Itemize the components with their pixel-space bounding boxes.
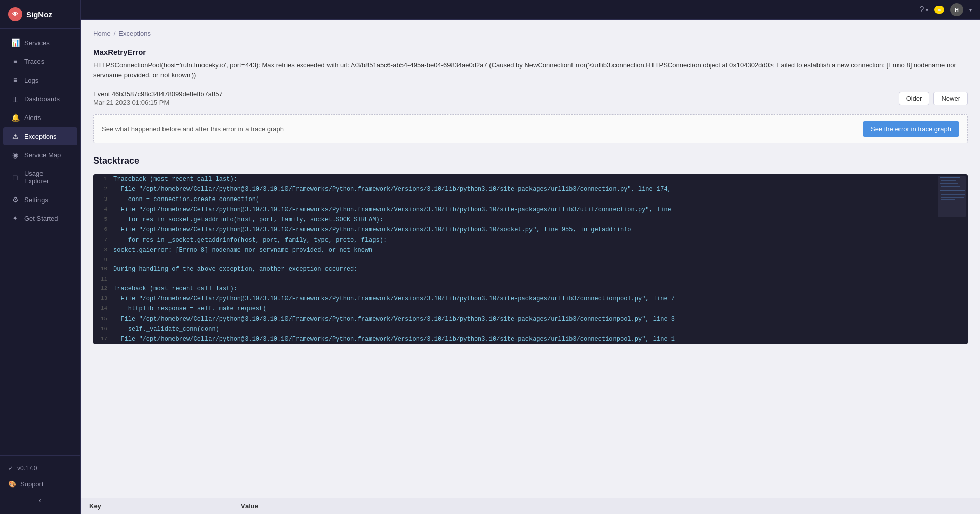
sidebar-item-dashboards[interactable]: ◫ Dashboards <box>3 90 77 108</box>
line-number: 12 <box>93 284 113 292</box>
sidebar-item-services[interactable]: 📊 Services <box>3 33 77 52</box>
line-content: File "/opt/homebrew/Cellar/python@3.10/3… <box>113 294 968 303</box>
settings-icon: ⚙ <box>11 195 19 204</box>
support-icon: 🎨 <box>8 480 16 488</box>
code-line: 9 <box>93 255 968 264</box>
line-number: 2 <box>93 185 113 193</box>
line-content: File "/opt/homebrew/Cellar/python@3.10/3… <box>113 225 968 234</box>
see-error-in-trace-button[interactable]: See the error in trace graph <box>863 121 959 137</box>
logo-text: SigNoz <box>26 10 52 19</box>
avatar-label: H <box>955 7 959 13</box>
sidebar-item-traces-label: Traces <box>24 58 44 65</box>
sidebar-item-service-map[interactable]: ◉ Service Map <box>3 146 77 164</box>
support-link[interactable]: 🎨 Support <box>0 476 80 492</box>
line-content <box>113 256 968 258</box>
line-number: 5 <box>93 215 113 223</box>
newer-button[interactable]: Newer <box>933 92 968 105</box>
line-number: 8 <box>93 246 113 254</box>
line-content: File "/opt/homebrew/Cellar/python@3.10/3… <box>113 205 968 214</box>
sidebar-item-logs-label: Logs <box>24 76 38 84</box>
alerts-icon: 🔔 <box>11 113 19 122</box>
sidebar-item-settings-label: Settings <box>24 196 48 204</box>
line-number: 4 <box>93 205 113 213</box>
line-content: for res in socket.getaddrinfo(host, port… <box>113 215 968 224</box>
help-icon: ? <box>919 5 924 14</box>
sidebar: 👁 SigNoz 📊 Services ≡ Traces ≡ Logs ◫ Da… <box>0 0 81 514</box>
version-label: v0.17.0 <box>17 465 37 472</box>
svg-rect-10 <box>940 193 961 193</box>
event-details: Event 46b3587c98c34f478099de8effb7a857 M… <box>93 90 223 106</box>
line-number: 3 <box>93 195 113 203</box>
line-number: 6 <box>93 225 113 233</box>
svg-rect-9 <box>940 190 965 191</box>
code-line: 5 for res in socket.getaddrinfo(host, po… <box>93 215 968 225</box>
event-label: Event <box>93 90 110 98</box>
code-line: 8socket.gaierror: [Errno 8] nodename nor… <box>93 245 968 255</box>
sidebar-collapse-button[interactable]: ‹ <box>0 492 80 509</box>
usage-explorer-icon: ◻ <box>11 173 19 181</box>
code-line: 11 <box>93 274 968 284</box>
sidebar-item-usage-explorer-label: Usage Explorer <box>24 170 69 185</box>
breadcrumb: Home / Exceptions <box>93 30 968 37</box>
svg-rect-6 <box>941 185 962 185</box>
code-line: 1Traceback (most recent call last): <box>93 174 968 184</box>
svg-rect-15 <box>941 201 952 201</box>
code-line: 10During handling of the above exception… <box>93 264 968 274</box>
sidebar-item-alerts[interactable]: 🔔 Alerts <box>3 108 77 127</box>
sidebar-item-exceptions[interactable]: ⚠ Exceptions <box>3 127 77 145</box>
sidebar-item-get-started[interactable]: ✦ Get Started <box>3 209 77 227</box>
svg-rect-11 <box>941 194 965 195</box>
code-line: 2 File "/opt/homebrew/Cellar/python@3.10… <box>93 184 968 194</box>
help-button[interactable]: ? ▾ <box>919 5 928 14</box>
sidebar-item-usage-explorer[interactable]: ◻ Usage Explorer <box>3 165 77 190</box>
code-line: 7 for res in _socket.getaddrinfo(host, p… <box>93 235 968 245</box>
sidebar-item-settings[interactable]: ⚙ Settings <box>3 190 77 209</box>
svg-rect-1 <box>940 177 960 178</box>
sidebar-item-service-map-label: Service Map <box>24 151 61 159</box>
event-id-value: 46b3587c98c34f478099de8effb7a857 <box>112 90 223 98</box>
sidebar-item-dashboards-label: Dashboards <box>24 95 60 103</box>
line-number: 13 <box>93 294 113 302</box>
theme-toggle-dot: ● <box>937 7 941 13</box>
code-line: 17 File "/opt/homebrew/Cellar/python@3.1… <box>93 334 968 344</box>
help-chevron: ▾ <box>926 7 928 13</box>
sidebar-item-logs[interactable]: ≡ Logs <box>3 71 77 89</box>
sidebar-item-traces[interactable]: ≡ Traces <box>3 52 77 70</box>
dashboards-icon: ◫ <box>11 95 19 103</box>
svg-rect-4 <box>941 182 965 182</box>
content-area: Home / Exceptions MaxRetryError HTTPSCon… <box>81 20 980 498</box>
line-number: 1 <box>93 175 113 183</box>
svg-rect-13 <box>941 197 964 198</box>
user-chevron: ▾ <box>969 7 972 13</box>
check-icon: ✓ <box>8 465 13 472</box>
stacktrace-title: Stacktrace <box>93 155 968 166</box>
error-message: HTTPSConnectionPool(host='rufn.fmoceky.i… <box>93 60 968 80</box>
line-number: 17 <box>93 335 113 343</box>
version-info: ✓ v0.17.0 <box>0 461 80 476</box>
stacktrace-code-block: 1Traceback (most recent call last):2 Fil… <box>93 174 968 344</box>
line-content: File "/opt/homebrew/Cellar/python@3.10/3… <box>113 314 968 324</box>
line-content: Traceback (most recent call last): <box>113 175 968 184</box>
main-content: ? ▾ ● H ▾ Home / Exceptions MaxRetryErro… <box>81 0 980 514</box>
line-number: 7 <box>93 235 113 244</box>
line-number: 15 <box>93 314 113 323</box>
event-info: Event 46b3587c98c34f478099de8effb7a857 M… <box>93 90 968 106</box>
line-content: File "/opt/homebrew/Cellar/python@3.10/3… <box>113 185 968 194</box>
svg-rect-7 <box>941 186 960 187</box>
svg-rect-3 <box>941 180 956 181</box>
line-content: for res in _socket.getaddrinfo(host, por… <box>113 235 968 245</box>
avatar[interactable]: H <box>950 3 963 16</box>
logs-icon: ≡ <box>11 76 19 84</box>
service-map-icon: ◉ <box>11 151 19 159</box>
table-col-key-header: Key <box>89 502 241 510</box>
line-number: 9 <box>93 256 113 264</box>
breadcrumb-home[interactable]: Home <box>93 30 111 37</box>
code-line: 14 httplib_response = self._make_request… <box>93 304 968 314</box>
theme-toggle[interactable]: ● <box>934 6 944 14</box>
trace-hint-box: See what happened before and after this … <box>93 114 968 143</box>
svg-rect-8 <box>940 188 953 188</box>
sidebar-bottom: ✓ v0.17.0 🎨 Support ‹ <box>0 455 80 514</box>
event-nav-buttons: Older Newer <box>899 92 968 105</box>
logo: 👁 SigNoz <box>0 0 80 29</box>
older-button[interactable]: Older <box>899 92 930 105</box>
